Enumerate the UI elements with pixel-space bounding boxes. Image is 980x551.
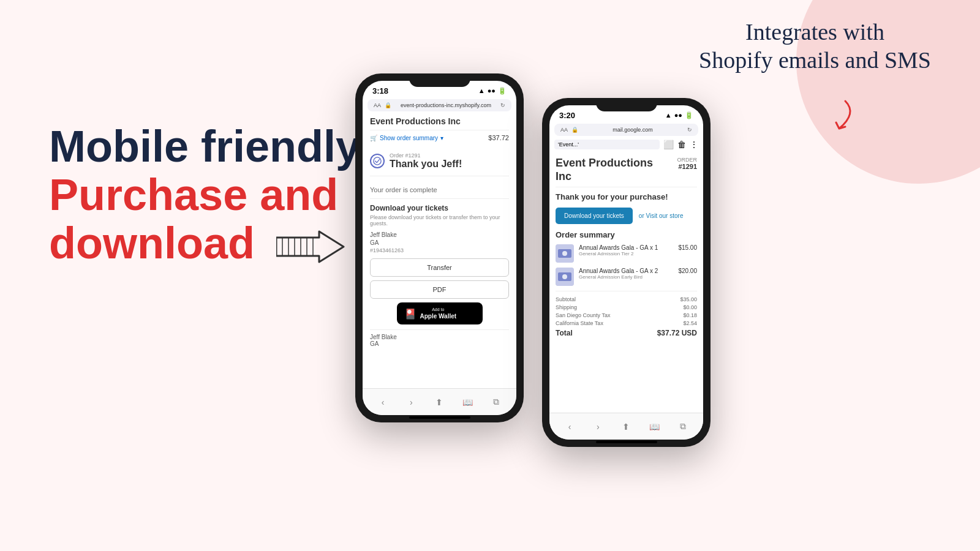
download-section-desc: Please download your tickets or transfer… xyxy=(370,214,509,227)
battery-icon2: 🔋 xyxy=(685,111,693,119)
email-subject-bar[interactable]: 'Event...' xyxy=(554,140,660,149)
phone1-screen: 3:18 ▲ ●● 🔋 AA 🔒 event-productions-inc.m… xyxy=(363,81,516,415)
item1-details: Annual Awards Gala - GA x 1 General Admi… xyxy=(579,244,673,257)
signal-icon2: ●● xyxy=(674,111,682,119)
wifi-icon: ▲ xyxy=(478,87,485,94)
order-totals: Subtotal $35.00 Shipping $0.00 San Diego… xyxy=(556,291,697,337)
phone2-email-content: Event Productions Inc ORDER #1291 Thank … xyxy=(549,154,703,440)
left-section: Mobile friendly Purchase and download xyxy=(49,122,392,268)
battery-icon: 🔋 xyxy=(498,87,507,95)
headline-purchase: Purchase and xyxy=(49,171,392,219)
aa-label2: AA xyxy=(560,127,568,133)
subtotal-row: Subtotal $35.00 xyxy=(556,296,697,302)
ticket-holder-name: Jeff Blake xyxy=(370,231,509,238)
show-order-summary-link[interactable]: 🛒 Show order summary ▾ xyxy=(370,135,443,141)
visit-store-link[interactable]: or Visit our store xyxy=(639,212,684,219)
share-button2[interactable]: ⬆ xyxy=(617,418,635,436)
forward-button2[interactable]: › xyxy=(589,418,607,436)
phone2-frame: 3:20 ▲ ●● 🔋 AA 🔒 mail.google.com ↻ 'Even… xyxy=(542,98,710,447)
phone1-time: 3:18 xyxy=(372,86,388,96)
headline-download: download xyxy=(49,219,392,268)
signal-icon: ●● xyxy=(488,87,496,94)
email-action-icons: ⬜ 🗑 ⋮ xyxy=(663,140,698,149)
phone2-home-indicator xyxy=(596,441,657,443)
phone1-home-indicator xyxy=(409,416,470,419)
phone1-browser-nav: ‹ › ⬆ 📖 ⧉ xyxy=(363,388,516,415)
download-tickets-button[interactable]: Download your tickets xyxy=(556,208,633,224)
item2-price: $20.00 xyxy=(678,268,697,274)
arrow-icon xyxy=(267,219,350,268)
check-circle xyxy=(370,154,385,168)
wifi-icon2: ▲ xyxy=(665,111,672,119)
order-summary-title: Order summary xyxy=(556,230,697,239)
wallet-icon: 🎴 xyxy=(404,308,417,320)
email-more-icon[interactable]: ⋮ xyxy=(690,140,698,149)
transfer-button[interactable]: Transfer xyxy=(370,258,509,277)
phone1-store-name: Event Productions Inc xyxy=(370,116,509,130)
cart-icon: 🛒 xyxy=(370,135,377,141)
phone2-url: mail.google.com xyxy=(582,127,684,133)
phone1-notch xyxy=(409,73,470,87)
phone2-browser-bar[interactable]: AA 🔒 mail.google.com ↻ xyxy=(554,124,698,136)
order-confirmed-text: Order #1291 Thank you Jeff! xyxy=(390,152,462,170)
email-toolbar-container: 'Event...' ⬜ 🗑 ⋮ xyxy=(549,137,703,154)
phone1-browser-bar[interactable]: AA 🔒 event-productions-inc.myshopify.com… xyxy=(368,99,511,111)
share-button[interactable]: ⬆ xyxy=(430,393,448,411)
tax2-row: California State Tax $2.54 xyxy=(556,320,697,326)
handwritten-arrow xyxy=(784,95,858,146)
back-button[interactable]: ‹ xyxy=(374,393,392,411)
phone2-time: 3:20 xyxy=(559,111,575,120)
order-item-1: Annual Awards Gala - GA x 1 General Admi… xyxy=(556,244,697,263)
reload-icon2[interactable]: ↻ xyxy=(687,127,692,133)
bookmarks-button[interactable]: 📖 xyxy=(459,393,477,411)
order-confirmed-section: Order #1291 Thank you Jeff! xyxy=(370,146,509,176)
item1-thumbnail xyxy=(556,244,574,263)
handwritten-text: Integrates with Shopify emails and SMS xyxy=(699,18,931,74)
thank-you-email: Thank you for your purchase! xyxy=(556,192,697,201)
total-row: Total $37.72 USD xyxy=(556,329,697,337)
lock-icon2: 🔒 xyxy=(571,127,578,133)
phone2-screen: 3:20 ▲ ●● 🔋 AA 🔒 mail.google.com ↻ 'Even… xyxy=(549,105,703,440)
subject-text: 'Event...' xyxy=(558,141,579,148)
phone2-browser-nav: ‹ › ⬆ 📖 ⧉ xyxy=(549,413,703,440)
wallet-text: Add to Apple Wallet xyxy=(420,307,457,320)
email-copy-icon[interactable]: ⬜ xyxy=(663,140,674,149)
email-toolbar: 'Event...' ⬜ 🗑 ⋮ xyxy=(554,138,698,151)
chevron-icon: ▾ xyxy=(440,135,443,141)
item2-thumbnail xyxy=(556,268,574,286)
phone1-content: Event Productions Inc 🛒 Show order summa… xyxy=(363,113,516,351)
lock-icon: 🔒 xyxy=(385,102,391,108)
phone2-notch xyxy=(596,98,657,111)
order-summary-link: 🛒 Show order summary ▾ $37.72 xyxy=(370,134,509,141)
item2-details: Annual Awards Gala - GA x 2 General Admi… xyxy=(579,268,673,280)
tabs-button[interactable]: ⧉ xyxy=(487,393,505,411)
bookmarks-button2[interactable]: 📖 xyxy=(646,418,664,436)
shipping-row: Shipping $0.00 xyxy=(556,304,697,310)
download-section-title: Download your tickets xyxy=(370,204,509,212)
phones-container: 3:18 ▲ ●● 🔋 AA 🔒 event-productions-inc.m… xyxy=(355,73,710,447)
email-delete-icon[interactable]: 🗑 xyxy=(677,140,686,149)
phone1-frame: 3:18 ▲ ●● 🔋 AA 🔒 event-productions-inc.m… xyxy=(355,73,524,422)
svg-marker-0 xyxy=(276,231,344,262)
back-button2[interactable]: ‹ xyxy=(560,418,579,436)
forward-button[interactable]: › xyxy=(402,393,420,411)
thank-you-text: Thank you Jeff! xyxy=(390,159,462,170)
apple-wallet-button[interactable]: 🎴 Add to Apple Wallet xyxy=(397,302,483,324)
phone1-status-icons: ▲ ●● 🔋 xyxy=(478,87,507,95)
order-label-right: ORDER #1291 xyxy=(677,157,697,170)
ticket-holder-type: GA xyxy=(370,239,509,246)
phone2-status-icons: ▲ ●● 🔋 xyxy=(665,111,693,119)
tabs-button2[interactable]: ⧉ xyxy=(674,418,692,436)
order-price: $37.72 xyxy=(488,134,509,141)
phone1-url: event-productions-inc.myshopify.com xyxy=(395,102,497,108)
svg-point-13 xyxy=(562,274,567,279)
pdf-button[interactable]: PDF xyxy=(370,280,509,299)
headline-mobile: Mobile friendly xyxy=(49,122,392,171)
tax1-row: San Diego County Tax $0.18 xyxy=(556,312,697,318)
email-header: Event Productions Inc ORDER #1291 xyxy=(556,157,697,187)
item1-price: $15.00 xyxy=(678,244,697,251)
order-number: Order #1291 xyxy=(390,152,462,159)
order-item-2: Annual Awards Gala - GA x 2 General Admi… xyxy=(556,268,697,286)
aa-label: AA xyxy=(374,102,381,108)
reload-icon[interactable]: ↻ xyxy=(500,102,505,108)
